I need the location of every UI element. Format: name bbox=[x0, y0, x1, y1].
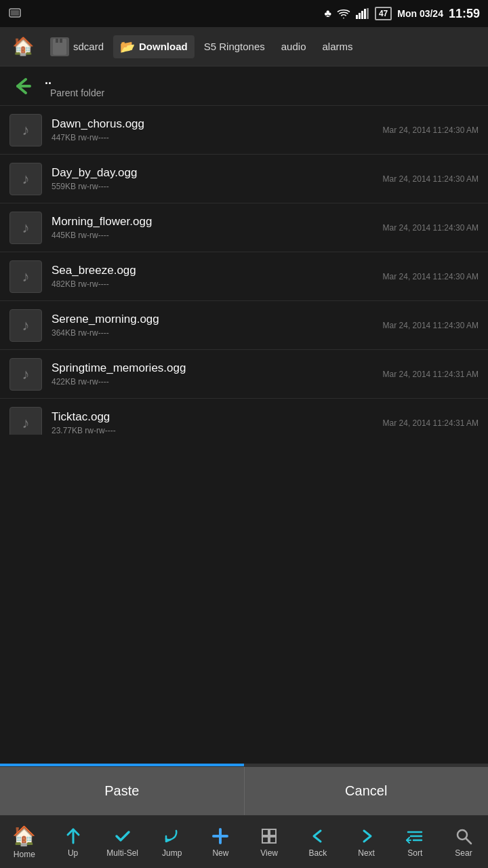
svg-rect-4 bbox=[361, 11, 363, 19]
file-date: Mar 24, 2014 11:24:30 AM bbox=[383, 174, 479, 184]
file-item[interactable]: ♪ Sea_breeze.ogg 482KB rw-rw---- Mar 24,… bbox=[0, 252, 488, 301]
nav-search[interactable]: Sear bbox=[443, 824, 484, 861]
music-note-icon: ♪ bbox=[22, 121, 30, 139]
nav-new[interactable]: New bbox=[200, 824, 241, 861]
new-icon bbox=[211, 827, 230, 846]
nav-view[interactable]: View bbox=[249, 824, 289, 861]
music-note-icon: ♪ bbox=[22, 268, 30, 285]
back-icon bbox=[308, 827, 327, 846]
nav-view-label: View bbox=[260, 848, 278, 858]
file-item[interactable]: ♪ Springtime_memories.ogg 422KB rw-rw---… bbox=[0, 350, 488, 399]
file-item[interactable]: ♪ Morning_flower.ogg 445KB rw-rw---- Mar… bbox=[0, 203, 488, 252]
breadcrumb-sdcard[interactable]: sdcard bbox=[43, 33, 110, 60]
file-item[interactable]: ♪ Day_by_day.ogg 559KB rw-rw---- Mar 24,… bbox=[0, 155, 488, 203]
svg-rect-15 bbox=[270, 837, 276, 843]
file-name: Ticktac.ogg bbox=[52, 410, 383, 424]
nav-back[interactable]: Back bbox=[298, 824, 338, 861]
nav-back-label: Back bbox=[309, 848, 327, 858]
file-thumb: ♪ bbox=[9, 163, 42, 195]
file-item[interactable]: ♪ Dawn_chorus.ogg 447KB rw-rw---- Mar 24… bbox=[0, 106, 488, 155]
sdcard-icon bbox=[50, 37, 69, 56]
status-right: ♣ 47 Mon 03/24 11:59 bbox=[324, 7, 480, 21]
file-name: Dawn_chorus.ogg bbox=[52, 117, 383, 131]
nav-next-label: Next bbox=[358, 848, 375, 858]
status-bar: ♣ 47 Mon 03/24 11:59 bbox=[0, 0, 488, 27]
nav-up-label: Up bbox=[68, 848, 78, 858]
parent-dots: .. bbox=[45, 73, 104, 87]
file-info: Morning_flower.ogg 445KB rw-rw---- bbox=[52, 215, 383, 240]
file-item[interactable]: ♪ Serene_morning.ogg 364KB rw-rw---- Mar… bbox=[0, 301, 488, 350]
breadcrumb-audio-label: audio bbox=[281, 41, 306, 52]
file-thumb: ♪ bbox=[9, 212, 42, 244]
nav-home-label: Home bbox=[14, 850, 35, 859]
wifi-icon bbox=[337, 8, 350, 19]
breadcrumb-home[interactable]: 🏠 bbox=[5, 32, 41, 61]
music-note-icon: ♪ bbox=[22, 170, 30, 188]
file-list: ♪ Dawn_chorus.ogg 447KB rw-rw---- Mar 24… bbox=[0, 106, 488, 435]
file-date: Mar 24, 2014 11:24:30 AM bbox=[383, 272, 479, 281]
file-info: Serene_morning.ogg 364KB rw-rw---- bbox=[52, 313, 383, 338]
back-arrow-icon bbox=[9, 73, 37, 100]
svg-rect-6 bbox=[367, 8, 369, 19]
breadcrumb-alarms-label: alarms bbox=[322, 41, 352, 52]
file-date: Mar 24, 2014 11:24:30 AM bbox=[383, 223, 479, 233]
breadcrumb-audio[interactable]: audio bbox=[274, 37, 313, 56]
file-info: Day_by_day.ogg 559KB rw-rw---- bbox=[52, 166, 383, 191]
file-info: Sea_breeze.ogg 482KB rw-rw---- bbox=[52, 264, 383, 289]
view-icon bbox=[260, 827, 279, 846]
nav-multisel[interactable]: Multi-Sel bbox=[101, 824, 144, 861]
file-thumb: ♪ bbox=[9, 407, 42, 435]
file-meta: 422KB rw-rw---- bbox=[52, 377, 383, 387]
next-icon bbox=[357, 827, 376, 846]
svg-line-21 bbox=[466, 838, 471, 844]
file-name: Day_by_day.ogg bbox=[52, 166, 383, 180]
nav-multisel-label: Multi-Sel bbox=[106, 848, 138, 858]
svg-rect-14 bbox=[262, 837, 268, 843]
nav-jump[interactable]: Jump bbox=[152, 824, 192, 861]
file-thumb: ♪ bbox=[9, 358, 42, 391]
breadcrumb-sdcard-label: sdcard bbox=[73, 41, 104, 52]
nav-sort[interactable]: Sort bbox=[394, 824, 435, 861]
search-icon bbox=[454, 827, 473, 846]
nav-next[interactable]: Next bbox=[346, 824, 387, 861]
file-name: Sea_breeze.ogg bbox=[52, 264, 383, 277]
download-icon: 📂 bbox=[120, 39, 135, 54]
app-container: ♣ 47 Mon 03/24 11:59 bbox=[0, 0, 488, 868]
svg-rect-8 bbox=[56, 39, 58, 43]
file-meta: 482KB rw-rw---- bbox=[52, 279, 383, 289]
sort-icon bbox=[405, 827, 424, 846]
file-date: Mar 24, 2014 11:24:31 AM bbox=[383, 370, 479, 379]
bottom-nav: 🏠 Home Up Multi-Sel bbox=[0, 815, 488, 868]
file-meta: 559KB rw-rw---- bbox=[52, 182, 383, 191]
parent-folder-label: Parent folder bbox=[50, 87, 104, 98]
nav-up[interactable]: Up bbox=[53, 824, 94, 861]
breadcrumb-s5ringtones[interactable]: S5 Ringtones bbox=[197, 37, 272, 56]
time-display: 11:59 bbox=[449, 7, 480, 21]
file-thumb: ♪ bbox=[9, 309, 42, 342]
file-item[interactable]: ♪ Ticktac.ogg 23.77KB rw-rw---- Mar 24, … bbox=[0, 399, 488, 435]
battery-indicator: 47 bbox=[375, 7, 392, 20]
action-bar: Paste Cancel bbox=[0, 766, 488, 815]
svg-rect-2 bbox=[356, 15, 358, 19]
file-thumb: ♪ bbox=[9, 260, 42, 293]
nav-jump-label: Jump bbox=[162, 848, 182, 858]
svg-rect-12 bbox=[262, 829, 268, 835]
date-display: Mon 03/24 bbox=[397, 8, 443, 19]
breadcrumb-alarms[interactable]: alarms bbox=[315, 37, 359, 56]
file-name: Serene_morning.ogg bbox=[52, 313, 383, 326]
jump-icon bbox=[163, 827, 182, 846]
nav-home[interactable]: 🏠 Home bbox=[4, 822, 45, 862]
file-meta: 447KB rw-rw---- bbox=[52, 133, 383, 142]
music-note-icon: ♪ bbox=[22, 366, 30, 383]
nav-search-label: Sear bbox=[455, 848, 472, 858]
breadcrumb-download[interactable]: 📂 Download bbox=[113, 35, 195, 58]
file-thumb: ♪ bbox=[9, 114, 42, 146]
content-area: .. Parent folder ♪ Dawn_chorus.ogg 447KB… bbox=[0, 66, 488, 815]
screenshot-icon bbox=[8, 7, 22, 20]
nav-sort-label: Sort bbox=[407, 848, 422, 858]
file-meta: 445KB rw-rw---- bbox=[52, 231, 383, 240]
parent-folder-row[interactable]: .. Parent folder bbox=[0, 66, 488, 106]
paste-button[interactable]: Paste bbox=[0, 767, 245, 815]
cancel-button[interactable]: Cancel bbox=[245, 767, 489, 815]
file-name: Springtime_memories.ogg bbox=[52, 361, 383, 375]
